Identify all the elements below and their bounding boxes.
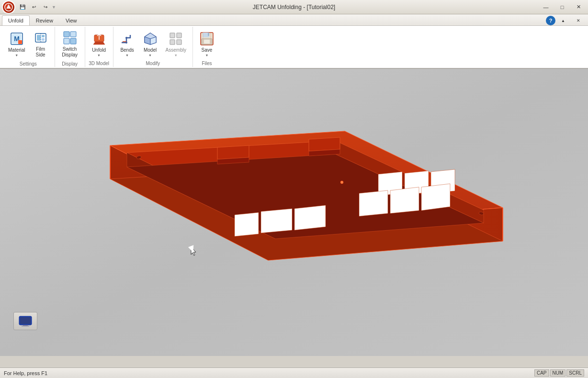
3d-model-view bbox=[0, 69, 588, 356]
save-dropdown-arrow: ▼ bbox=[205, 54, 208, 57]
ribbon-group-display: SwitchDisplay Display bbox=[55, 27, 85, 67]
tab-view[interactable]: View bbox=[59, 15, 83, 25]
svg-marker-54 bbox=[235, 212, 259, 236]
assembly-button[interactable]: Assembly ▼ bbox=[162, 29, 190, 59]
bends-button[interactable]: Bends ▼ bbox=[116, 29, 138, 59]
svg-marker-44 bbox=[217, 145, 249, 159]
svg-rect-30 bbox=[204, 40, 210, 44]
redo-qat-button[interactable]: ↪ bbox=[40, 2, 51, 12]
svg-rect-10 bbox=[64, 32, 69, 37]
svg-point-59 bbox=[340, 181, 343, 184]
main-canvas[interactable] bbox=[0, 69, 588, 356]
files-buttons: Save ▼ bbox=[196, 28, 218, 60]
unfold-icon bbox=[91, 31, 107, 46]
svg-marker-56 bbox=[294, 205, 326, 230]
svg-rect-23 bbox=[177, 33, 181, 38]
material-icon: M bbox=[9, 31, 24, 46]
window-controls: — □ ✕ bbox=[538, 2, 586, 12]
model-dropdown-arrow: ▼ bbox=[148, 54, 152, 57]
save-button[interactable]: Save ▼ bbox=[196, 29, 218, 59]
model-label: Model bbox=[144, 47, 157, 53]
svg-marker-52 bbox=[390, 187, 419, 213]
maximize-button[interactable]: □ bbox=[554, 2, 570, 12]
svg-rect-62 bbox=[23, 325, 28, 326]
ribbon-group-settings: M Material ▼ FilmSide bbox=[2, 27, 55, 67]
svg-rect-4 bbox=[18, 40, 22, 44]
save-qat-button[interactable]: 💾 bbox=[17, 2, 28, 12]
unfold-button[interactable]: Unfold ▼ bbox=[88, 29, 110, 59]
svg-rect-61 bbox=[20, 317, 31, 324]
monitor-button[interactable] bbox=[13, 312, 37, 330]
svg-point-17 bbox=[125, 37, 127, 39]
window-title: JETCAM Unfolding - [Tutorial02] bbox=[253, 4, 335, 11]
film-side-button[interactable]: FilmSide bbox=[30, 28, 52, 60]
svg-marker-51 bbox=[359, 190, 388, 216]
svg-rect-22 bbox=[170, 33, 175, 38]
help-button[interactable]: ? bbox=[546, 16, 555, 25]
ribbon-group-files: Save ▼ Files bbox=[193, 27, 221, 67]
material-dropdown-arrow: ▼ bbox=[15, 54, 18, 57]
settings-buttons: M Material ▼ FilmSide bbox=[5, 28, 52, 60]
material-label: Material bbox=[8, 47, 25, 53]
caps-indicator: CAP bbox=[534, 369, 549, 377]
display-buttons: SwitchDisplay bbox=[58, 28, 82, 60]
modify-buttons: Bends ▼ Model ▼ bbox=[116, 28, 190, 60]
assembly-icon bbox=[168, 31, 183, 46]
film-side-label: FilmSide bbox=[36, 46, 45, 58]
model-button[interactable]: Model ▼ bbox=[139, 29, 161, 59]
3dmodel-buttons: Unfold ▼ bbox=[88, 28, 110, 60]
svg-rect-8 bbox=[42, 38, 45, 41]
ribbon-tabs: Unfold Review View ? ▲ ✕ bbox=[0, 14, 588, 26]
scroll-indicator: SCRL bbox=[566, 369, 584, 377]
switch-button[interactable]: SwitchDisplay bbox=[58, 28, 82, 60]
display-group-label: Display bbox=[62, 60, 78, 67]
ribbon-close-button[interactable]: ✕ bbox=[571, 16, 586, 25]
ribbon-right: ? ▲ ✕ bbox=[546, 16, 588, 25]
modify-group-label: Modify bbox=[146, 60, 160, 66]
tab-unfold[interactable]: Unfold bbox=[2, 15, 30, 25]
model-icon bbox=[143, 31, 158, 46]
svg-rect-24 bbox=[170, 40, 175, 44]
svg-rect-25 bbox=[177, 40, 181, 44]
svg-rect-63 bbox=[22, 326, 29, 326]
ribbon-group-modify: Bends ▼ Model ▼ bbox=[113, 27, 193, 67]
switch-label: SwitchDisplay bbox=[62, 46, 78, 58]
minimize-button[interactable]: — bbox=[538, 2, 554, 12]
bends-icon bbox=[120, 31, 135, 46]
ribbon-group-3dmodel: Unfold ▼ 3D Model bbox=[85, 27, 113, 67]
unfold-dropdown-arrow: ▼ bbox=[97, 54, 101, 57]
svg-marker-55 bbox=[261, 209, 292, 233]
ribbon-content: M Material ▼ FilmSide bbox=[0, 26, 588, 69]
undo-qat-button[interactable]: ↩ bbox=[29, 2, 39, 12]
svg-marker-53 bbox=[421, 184, 450, 211]
3dmodel-group-label: 3D Model bbox=[89, 60, 109, 66]
svg-rect-7 bbox=[42, 35, 45, 37]
help-text: For Help, press F1 bbox=[4, 370, 47, 376]
files-group-label: Files bbox=[202, 60, 212, 66]
material-button[interactable]: M Material ▼ bbox=[5, 29, 29, 59]
title-bar: 💾 ↩ ↪ ▼ JETCAM Unfolding - [Tutorial02] … bbox=[0, 0, 588, 14]
quick-access-toolbar: 💾 ↩ ↪ ▼ bbox=[17, 2, 56, 12]
app-logo bbox=[2, 0, 15, 14]
assembly-label: Assembly bbox=[166, 47, 186, 53]
close-button[interactable]: ✕ bbox=[571, 2, 586, 12]
svg-rect-6 bbox=[37, 35, 41, 41]
bends-dropdown-arrow: ▼ bbox=[125, 54, 129, 57]
svg-rect-28 bbox=[208, 33, 209, 36]
svg-marker-46 bbox=[309, 137, 340, 151]
title-bar-left: 💾 ↩ ↪ ▼ bbox=[2, 0, 56, 14]
save-label: Save bbox=[202, 47, 213, 53]
svg-rect-12 bbox=[64, 38, 69, 44]
status-bar: For Help, press F1 CAP NUM SCRL bbox=[0, 367, 588, 378]
tab-review[interactable]: Review bbox=[30, 15, 59, 25]
settings-group-label: Settings bbox=[20, 60, 37, 67]
save-icon bbox=[199, 31, 215, 46]
film-side-icon bbox=[33, 30, 48, 45]
svg-rect-11 bbox=[70, 32, 76, 37]
assembly-dropdown-arrow: ▼ bbox=[174, 54, 178, 57]
unfold-label: Unfold bbox=[92, 47, 106, 53]
num-indicator: NUM bbox=[550, 369, 566, 377]
bends-label: Bends bbox=[120, 47, 134, 53]
switch-icon bbox=[62, 30, 78, 45]
ribbon-minimize-button[interactable]: ▲ bbox=[555, 16, 571, 25]
